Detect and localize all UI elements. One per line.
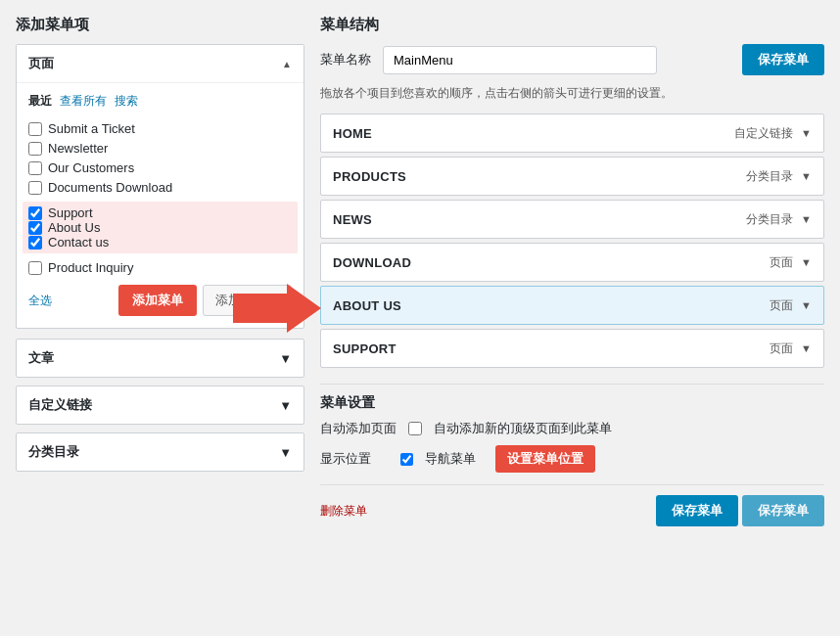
set-location-button[interactable]: 设置菜单位置: [495, 445, 595, 473]
menu-item-download-label: DOWNLOAD: [333, 255, 411, 270]
menu-item-about-us-type: 页面: [770, 297, 793, 314]
menu-name-label: 菜单名称: [320, 51, 371, 68]
menu-item-home-type: 自定义链接: [734, 125, 793, 142]
nav-menu-checkbox[interactable]: [400, 453, 413, 466]
categories-accordion: 分类目录 ▼: [16, 432, 304, 472]
tab-recent[interactable]: 最近: [28, 91, 52, 112]
list-item: Newsletter: [28, 141, 292, 156]
articles-accordion-header[interactable]: 文章 ▼: [17, 340, 303, 377]
checkbox-about-us[interactable]: [28, 221, 42, 235]
menu-item-news-right: 分类目录 ▼: [746, 211, 812, 228]
checkbox-our-customers[interactable]: [28, 161, 42, 175]
checkbox-contact-us[interactable]: [28, 236, 42, 250]
menu-item-news-arrow[interactable]: ▼: [801, 213, 812, 225]
delete-menu-link[interactable]: 删除菜单: [320, 503, 367, 520]
tab-search[interactable]: 搜索: [115, 91, 138, 112]
label-support: Support: [48, 205, 93, 220]
left-panel-title: 添加菜单项: [16, 16, 304, 34]
hint-text: 拖放各个项目到您喜欢的顺序，点击右侧的箭头可进行更细的设置。: [320, 85, 824, 102]
checkbox-support[interactable]: [28, 206, 42, 220]
menu-item-news-type: 分类目录: [746, 211, 793, 228]
menu-item-news-label: NEWS: [333, 212, 372, 227]
auto-add-checkbox-label: 自动添加新的顶级页面到此菜单: [434, 420, 612, 437]
pages-bottom-row: 全选 添加菜单 添加到菜单: [28, 285, 292, 316]
categories-accordion-header[interactable]: 分类目录 ▼: [17, 433, 303, 471]
menu-name-row: 菜单名称 保存菜单: [320, 44, 824, 75]
menu-item-home-arrow[interactable]: ▼: [801, 127, 812, 139]
auto-add-label: 自动添加页面: [320, 420, 397, 437]
list-item: Submit a Ticket: [28, 121, 292, 136]
pages-accordion-header[interactable]: 页面 ▲: [17, 45, 303, 82]
pages-accordion-arrow: ▲: [282, 59, 292, 69]
right-panel: 菜单结构 菜单名称 保存菜单 拖放各个项目到您喜欢的顺序，点击右侧的箭头可进行更…: [320, 16, 824, 620]
checkbox-product-inquiry[interactable]: [28, 261, 42, 275]
categories-arrow: ▼: [279, 445, 292, 460]
menu-name-input[interactable]: [383, 46, 657, 74]
custom-links-accordion: 自定义链接 ▼: [16, 386, 304, 425]
right-panel-title: 菜单结构: [320, 16, 824, 34]
checkbox-documents-download[interactable]: [28, 181, 42, 195]
custom-links-accordion-header[interactable]: 自定义链接 ▼: [17, 386, 303, 424]
select-all-link[interactable]: 全选: [28, 293, 52, 309]
menu-item-support-label: SUPPORT: [333, 341, 397, 356]
menu-item-about-us: ABOUT US 页面 ▼: [320, 286, 824, 325]
tab-view-all[interactable]: 查看所有: [60, 91, 107, 112]
add-menu-button[interactable]: 添加菜单: [118, 285, 197, 316]
label-our-customers: Our Customers: [48, 160, 134, 175]
menu-items-list: HOME 自定义链接 ▼ PRODUCTS 分类目录 ▼ NEWS 分类目录 ▼: [320, 114, 824, 368]
bottom-bar: 删除菜单 保存菜单 保存菜单: [320, 484, 824, 526]
label-product-inquiry: Product Inquiry: [48, 260, 133, 275]
articles-arrow: ▼: [279, 351, 292, 366]
pages-checkbox-list: Submit a Ticket Newsletter Our Customers…: [28, 121, 292, 275]
display-location-label: 显示位置: [320, 450, 389, 468]
label-documents-download: Documents Download: [48, 180, 172, 195]
categories-label: 分类目录: [28, 443, 79, 461]
pages-accordion-body: 最近 查看所有 搜索 Submit a Ticket Newsletter: [17, 82, 303, 328]
list-item: Our Customers: [28, 160, 292, 175]
menu-item-home-label: HOME: [333, 126, 372, 141]
pages-section-label: 页面: [28, 55, 54, 72]
list-item: Documents Download: [28, 180, 292, 195]
list-item: Contact us: [28, 235, 292, 250]
save-menu-button-top[interactable]: 保存菜单: [742, 44, 824, 75]
list-item: Product Inquiry: [28, 260, 292, 275]
menu-item-about-us-right: 页面 ▼: [770, 297, 812, 314]
menu-settings-title: 菜单设置: [320, 384, 824, 412]
menu-item-products-right: 分类目录 ▼: [746, 168, 812, 185]
menu-item-about-us-label: ABOUT US: [333, 298, 401, 313]
menu-item-support-arrow[interactable]: ▼: [801, 342, 812, 354]
menu-item-support: SUPPORT 页面 ▼: [320, 329, 824, 368]
pages-accordion: 页面 ▲ 最近 查看所有 搜索 Submit a Ticket Newsl: [16, 44, 304, 329]
list-item: Support: [28, 205, 292, 220]
label-contact-us: Contact us: [48, 235, 109, 250]
nav-menu-label: 导航菜单: [425, 450, 476, 468]
auto-add-checkbox[interactable]: [408, 422, 422, 435]
custom-links-arrow: ▼: [279, 398, 292, 413]
menu-item-about-us-arrow[interactable]: ▼: [801, 299, 812, 311]
list-item: About Us: [28, 220, 292, 235]
articles-label: 文章: [28, 349, 54, 367]
display-location-row: 显示位置 导航菜单 设置菜单位置: [320, 445, 824, 473]
menu-item-download-arrow[interactable]: ▼: [801, 256, 812, 268]
custom-links-label: 自定义链接: [28, 396, 92, 414]
label-submit-ticket: Submit a Ticket: [48, 121, 135, 136]
save-menu-button-bottom[interactable]: 保存菜单: [656, 495, 738, 526]
auto-add-row: 自动添加页面 自动添加新的顶级页面到此菜单: [320, 420, 824, 437]
pages-tabs: 最近 查看所有 搜索: [28, 91, 292, 112]
menu-item-products-type: 分类目录: [746, 168, 793, 185]
label-about-us: About Us: [48, 220, 100, 235]
menu-item-download-type: 页面: [770, 254, 793, 271]
checkbox-newsletter[interactable]: [28, 142, 42, 156]
menu-item-download-right: 页面 ▼: [770, 254, 812, 271]
highlighted-group: Support About Us Contact us: [23, 202, 298, 253]
menu-item-news: NEWS 分类目录 ▼: [320, 200, 824, 239]
save-menu-button-bottom2[interactable]: 保存菜单: [742, 495, 824, 526]
add-to-menu-button[interactable]: 添加到菜单: [203, 285, 292, 316]
menu-item-home-right: 自定义链接 ▼: [734, 125, 812, 142]
menu-item-products-arrow[interactable]: ▼: [801, 170, 812, 182]
menu-item-support-right: 页面 ▼: [770, 341, 812, 357]
checkbox-submit-ticket[interactable]: [28, 122, 42, 136]
label-newsletter: Newsletter: [48, 141, 108, 156]
menu-item-products: PRODUCTS 分类目录 ▼: [320, 157, 824, 196]
left-panel: 添加菜单项 页面 ▲ 最近 查看所有 搜索 Submit a Ticket: [16, 16, 304, 620]
